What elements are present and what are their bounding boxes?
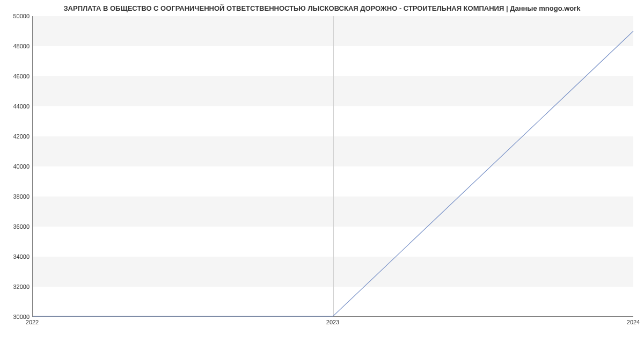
- y-tick-label: 48000: [3, 43, 30, 49]
- x-tick-label: 2024: [627, 319, 640, 325]
- series-salary: [33, 31, 633, 316]
- x-tick-label: 2022: [26, 319, 39, 325]
- plot-area: [32, 16, 633, 317]
- y-tick-label: 34000: [3, 253, 30, 260]
- y-tick-label: 50000: [3, 13, 30, 19]
- series-layer: [33, 16, 633, 316]
- chart-title: ЗАРПЛАТА В ОБЩЕСТВО С ООГРАНИЧЕННОЙ ОТВЕ…: [0, 0, 644, 12]
- x-tick-label: 2023: [326, 319, 339, 325]
- y-tick-label: 44000: [3, 103, 30, 110]
- y-tick-label: 38000: [3, 193, 30, 200]
- y-tick-label: 46000: [3, 73, 30, 79]
- y-tick-label: 40000: [3, 163, 30, 170]
- y-tick-label: 32000: [3, 283, 30, 290]
- y-tick-label: 42000: [3, 133, 30, 140]
- y-tick-label: 36000: [3, 223, 30, 230]
- chart-container: ЗАРПЛАТА В ОБЩЕСТВО С ООГРАНИЧЕННОЙ ОТВЕ…: [0, 0, 644, 349]
